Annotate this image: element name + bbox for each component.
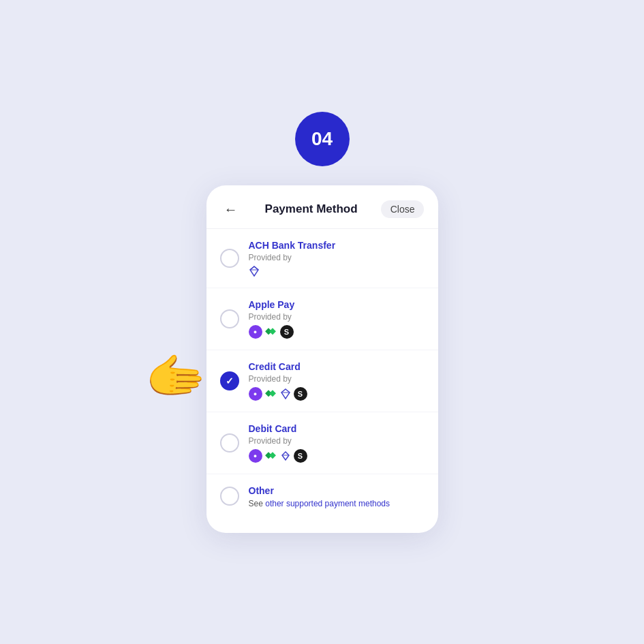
radio-apple-pay bbox=[220, 309, 239, 328]
green-diamond-icon-3 bbox=[265, 450, 277, 462]
payment-item-ach[interactable]: ACH Bank Transfer Provided by bbox=[206, 229, 438, 288]
hand-decoration: 🫱 bbox=[145, 348, 206, 405]
svg-line-3 bbox=[254, 266, 258, 270]
ach-icons bbox=[249, 266, 425, 277]
credit-card-name: Credit Card bbox=[249, 361, 425, 372]
credit-card-provider-label: Provided by bbox=[249, 374, 425, 384]
green-diamond-icon-2 bbox=[265, 388, 277, 400]
phone-card: ← Payment Method Close ACH Bank Transfer… bbox=[206, 185, 438, 533]
phone-header: ← Payment Method Close bbox=[206, 185, 438, 229]
debit-card-provider-label: Provided by bbox=[249, 436, 425, 446]
radio-ach bbox=[220, 249, 239, 268]
close-button[interactable]: Close bbox=[381, 200, 425, 218]
debit-card-icons: ● S bbox=[249, 449, 425, 463]
radio-other bbox=[220, 487, 239, 506]
ach-name: ACH Bank Transfer bbox=[249, 240, 425, 251]
check-icon: ✓ bbox=[226, 375, 234, 386]
svg-line-2 bbox=[250, 266, 254, 270]
svg-rect-7 bbox=[269, 390, 276, 397]
step-badge: 04 bbox=[295, 112, 350, 166]
other-name: Other bbox=[249, 485, 425, 496]
payment-item-credit-card[interactable]: ✓ Credit Card Provided by ● bbox=[206, 350, 438, 412]
other-link[interactable]: other supported payment methods bbox=[265, 499, 390, 508]
stripe-icon-1: S bbox=[280, 325, 294, 339]
svg-marker-8 bbox=[281, 389, 290, 399]
apple-pay-icons: ● S bbox=[249, 325, 425, 339]
ach-diamond-icon bbox=[249, 266, 260, 277]
other-description: See other supported payment methods bbox=[249, 499, 425, 508]
ach-provider-label: Provided by bbox=[249, 253, 425, 262]
stripe-icon-2: S bbox=[294, 387, 307, 401]
payment-item-debit-card[interactable]: Debit Card Provided by ● bbox=[206, 412, 438, 474]
diamond-icon-2 bbox=[280, 388, 291, 399]
green-diamond-icon-1 bbox=[265, 326, 277, 338]
svg-rect-5 bbox=[269, 328, 276, 335]
purple-dot-icon-2: ● bbox=[249, 387, 262, 401]
stripe-icon-3: S bbox=[294, 449, 307, 463]
page-title: Payment Method bbox=[265, 202, 358, 216]
payment-list: ACH Bank Transfer Provided by bbox=[206, 229, 438, 519]
debit-card-name: Debit Card bbox=[249, 423, 425, 434]
back-button[interactable]: ← bbox=[220, 200, 242, 219]
apple-pay-name: Apple Pay bbox=[249, 299, 425, 310]
purple-dot-icon-1: ● bbox=[249, 325, 262, 339]
payment-info-apple-pay: Apple Pay Provided by ● S bbox=[249, 299, 425, 339]
radio-credit-card: ✓ bbox=[220, 371, 239, 390]
payment-info-other: Other See other supported payment method… bbox=[249, 485, 425, 508]
diamond-icon-3 bbox=[280, 450, 291, 461]
payment-item-other[interactable]: Other See other supported payment method… bbox=[206, 474, 438, 519]
credit-card-icons: ● S bbox=[249, 387, 425, 401]
apple-pay-provider-label: Provided by bbox=[249, 312, 425, 322]
payment-info-ach: ACH Bank Transfer Provided by bbox=[249, 240, 425, 277]
payment-item-apple-pay[interactable]: Apple Pay Provided by ● S bbox=[206, 288, 438, 350]
radio-debit-card bbox=[220, 433, 239, 453]
svg-marker-12 bbox=[282, 452, 289, 460]
payment-info-credit-card: Credit Card Provided by ● bbox=[249, 361, 425, 401]
svg-marker-0 bbox=[250, 266, 258, 276]
svg-rect-11 bbox=[269, 452, 276, 459]
payment-info-debit-card: Debit Card Provided by ● bbox=[249, 423, 425, 463]
purple-dot-icon-3: ● bbox=[249, 449, 262, 463]
